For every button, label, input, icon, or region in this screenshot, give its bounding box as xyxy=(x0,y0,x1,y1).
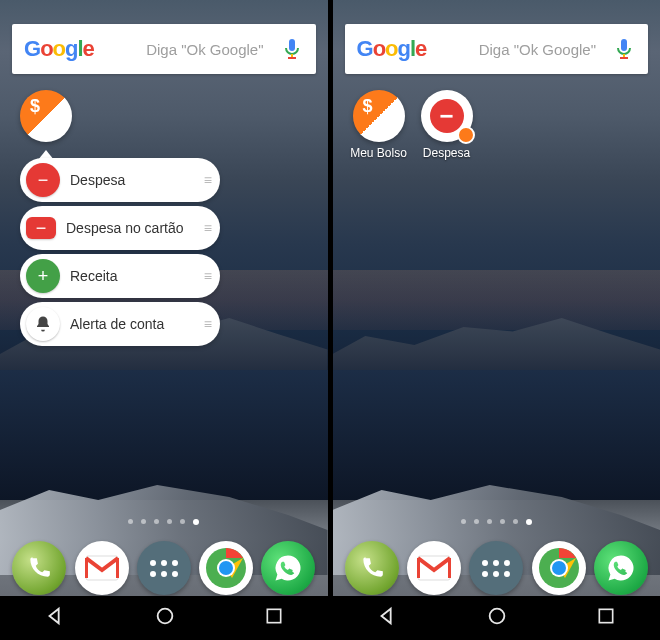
google-search-bar[interactable]: Google Diga "Ok Google" xyxy=(12,24,316,74)
drag-handle-icon[interactable]: ≡ xyxy=(204,172,210,188)
dollar-icon: $ xyxy=(363,96,373,117)
svg-rect-0 xyxy=(289,39,295,51)
dock xyxy=(0,541,328,595)
shortcut-label: Alerta de conta xyxy=(70,316,194,332)
page-indicator[interactable] xyxy=(333,519,661,525)
shortcut-popup: − Despesa ≡ − Despesa no cartão ≡ + Rece… xyxy=(20,158,220,346)
back-button[interactable] xyxy=(44,605,66,631)
shortcut-label: Despesa no cartão xyxy=(66,220,194,236)
apps-grid-icon xyxy=(150,560,178,577)
phone-right: Google Diga "Ok Google" $ Meu Bolso − De… xyxy=(333,0,661,640)
plus-circle-icon: + xyxy=(26,259,60,293)
shortcut-alerta[interactable]: Alerta de conta ≡ xyxy=(20,302,220,346)
bell-icon xyxy=(26,307,60,341)
whatsapp-icon[interactable] xyxy=(594,541,648,595)
svg-point-6 xyxy=(219,561,233,575)
chrome-icon[interactable] xyxy=(532,541,586,595)
shortcut-label: Despesa xyxy=(70,172,194,188)
app-icon-meubolso[interactable]: $ xyxy=(20,90,72,142)
recent-button[interactable] xyxy=(596,606,616,630)
svg-rect-8 xyxy=(267,609,280,622)
whatsapp-icon[interactable] xyxy=(261,541,315,595)
google-search-bar[interactable]: Google Diga "Ok Google" xyxy=(345,24,649,74)
phone-icon[interactable] xyxy=(345,541,399,595)
search-placeholder: Diga "Ok Google" xyxy=(104,41,270,58)
svg-point-15 xyxy=(552,561,566,575)
dollar-icon: $ xyxy=(30,96,40,117)
mic-icon[interactable] xyxy=(280,37,304,61)
apps-icon[interactable] xyxy=(469,541,523,595)
svg-point-7 xyxy=(157,609,172,624)
app-icon-meubolso[interactable]: $ xyxy=(353,90,405,142)
google-logo: Google xyxy=(24,36,94,62)
drag-handle-icon[interactable]: ≡ xyxy=(204,316,210,332)
nav-bar xyxy=(0,596,328,640)
shortcut-despesa[interactable]: − Despesa ≡ xyxy=(20,158,220,202)
page-indicator[interactable] xyxy=(0,519,328,525)
shortcut-label: Receita xyxy=(70,268,194,284)
svg-rect-17 xyxy=(599,609,612,622)
apps-icon[interactable] xyxy=(137,541,191,595)
google-logo: Google xyxy=(357,36,427,62)
drag-handle-icon[interactable]: ≡ xyxy=(204,268,210,284)
mic-icon[interactable] xyxy=(612,37,636,61)
dock xyxy=(333,541,661,595)
home-button[interactable] xyxy=(154,605,176,631)
chrome-icon[interactable] xyxy=(199,541,253,595)
svg-point-16 xyxy=(490,609,505,624)
nav-bar xyxy=(333,596,661,640)
icon-label-meubolso: Meu Bolso xyxy=(344,146,414,160)
phone-left: Google Diga "Ok Google" $ − Despesa ≡ − … xyxy=(0,0,328,640)
wallpaper-water xyxy=(0,370,328,500)
minus-circle-icon: − xyxy=(430,99,464,133)
card-minus-icon: − xyxy=(26,217,56,239)
back-button[interactable] xyxy=(376,605,398,631)
svg-rect-9 xyxy=(621,39,627,51)
drag-handle-icon[interactable]: ≡ xyxy=(204,220,210,236)
phone-icon[interactable] xyxy=(12,541,66,595)
wallpaper-water xyxy=(333,370,661,500)
home-button[interactable] xyxy=(486,605,508,631)
gmail-icon[interactable] xyxy=(75,541,129,595)
apps-grid-icon xyxy=(482,560,510,577)
app-icon-despesa[interactable]: − xyxy=(421,90,473,142)
search-placeholder: Diga "Ok Google" xyxy=(436,41,602,58)
icon-label-despesa: Despesa xyxy=(412,146,482,160)
wallpaper-horizon xyxy=(333,270,661,330)
shortcut-receita[interactable]: + Receita ≡ xyxy=(20,254,220,298)
app-badge xyxy=(457,126,475,144)
recent-button[interactable] xyxy=(264,606,284,630)
gmail-icon[interactable] xyxy=(407,541,461,595)
shortcut-despesa-cartao[interactable]: − Despesa no cartão ≡ xyxy=(20,206,220,250)
minus-circle-icon: − xyxy=(26,163,60,197)
